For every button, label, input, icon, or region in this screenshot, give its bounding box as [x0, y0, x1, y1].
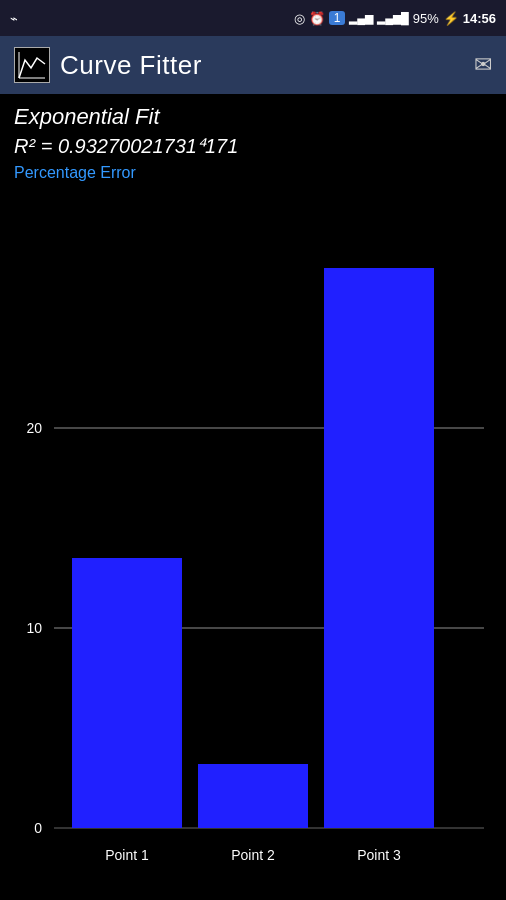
svg-text:Point 2: Point 2	[231, 847, 275, 863]
svg-text:20: 20	[26, 420, 42, 436]
bar-chart: 20 10 0 Point 1 Point 2 Point 3	[14, 188, 492, 878]
app-icon	[14, 47, 50, 83]
battery-level: 95%	[413, 11, 439, 26]
bar-point3	[324, 268, 434, 828]
status-bar: ⌁ ◎ ⏰ 1 ▂▄▆ ▂▄▆█ 95% ⚡ 14:56	[0, 0, 506, 36]
eye-icon: ◎	[294, 11, 305, 26]
svg-text:10: 10	[26, 620, 42, 636]
app-bar: Curve Fitter ✉	[0, 36, 506, 94]
usb-icon: ⌁	[10, 11, 18, 26]
app-title: Curve Fitter	[60, 50, 202, 81]
battery-icon: ⚡	[443, 11, 459, 26]
notification-badge: 1	[329, 11, 346, 25]
signal-icon-1: ▂▄▆	[349, 12, 373, 25]
alarm-icon: ⏰	[309, 11, 325, 26]
bar-point2	[198, 764, 308, 828]
clock: 14:56	[463, 11, 496, 26]
chart-container: 20 10 0 Point 1 Point 2 Point 3	[14, 188, 492, 878]
chart-label: Percentage Error	[14, 164, 492, 182]
svg-text:Point 1: Point 1	[105, 847, 149, 863]
content-area: Exponential Fit R² = 0.93270021731⁴171 P…	[0, 94, 506, 188]
bar-point1	[72, 558, 182, 828]
fit-title: Exponential Fit	[14, 104, 492, 130]
email-icon[interactable]: ✉	[474, 52, 492, 78]
signal-icon-2: ▂▄▆█	[377, 12, 409, 25]
r-squared: R² = 0.93270021731⁴171	[14, 134, 492, 158]
svg-text:0: 0	[34, 820, 42, 836]
svg-text:Point 3: Point 3	[357, 847, 401, 863]
